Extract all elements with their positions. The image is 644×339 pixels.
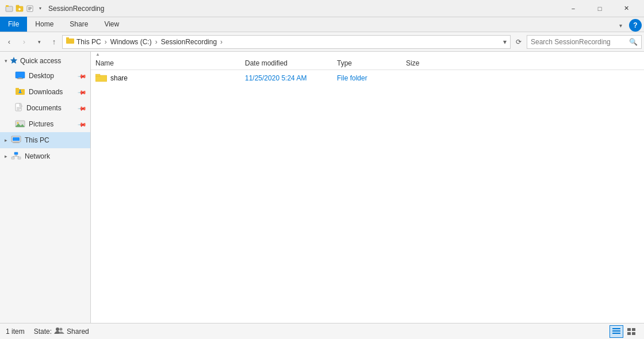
svg-rect-33 bbox=[18, 157, 21, 159]
col-header-date[interactable]: Date modified bbox=[240, 56, 332, 70]
main-content: ▾ Quick access Desktop 📌 bbox=[0, 52, 644, 323]
quick-access-label: Quick access bbox=[20, 57, 61, 65]
svg-rect-3 bbox=[16, 5, 19, 7]
svg-rect-1 bbox=[6, 5, 9, 7]
sidebar-item-this-pc[interactable]: ▸ This PC bbox=[0, 132, 90, 148]
file-date-share: 11/25/2020 5:24 AM bbox=[240, 70, 332, 86]
svg-point-41 bbox=[56, 328, 59, 331]
shared-label: Shared bbox=[67, 328, 89, 336]
recent-locations-button[interactable]: ▾ bbox=[32, 35, 46, 49]
svg-rect-30 bbox=[13, 142, 20, 143]
col-name-label: Name bbox=[95, 59, 114, 67]
file-row-share[interactable]: share 11/25/2020 5:24 AM File folder bbox=[91, 70, 644, 86]
details-view-button[interactable] bbox=[610, 325, 623, 338]
col-type-label: Type bbox=[337, 59, 352, 67]
svg-rect-47 bbox=[632, 328, 635, 331]
folder-icon bbox=[95, 73, 107, 84]
search-bar[interactable]: 🔍 bbox=[527, 35, 642, 49]
refresh-button[interactable]: ⟳ bbox=[512, 35, 526, 49]
breadcrumb-session-recording[interactable]: SessionRecording bbox=[161, 38, 217, 46]
status-bar: 1 item State: Shared bbox=[0, 323, 644, 339]
ribbon-tabs: File Home Share View ▾ ? bbox=[0, 17, 644, 32]
this-pc-label: This PC bbox=[25, 136, 49, 144]
file-name-label: share bbox=[110, 74, 128, 82]
ribbon-collapse-icon[interactable]: ▾ bbox=[614, 19, 627, 32]
svg-rect-13 bbox=[16, 72, 25, 78]
svg-marker-12 bbox=[10, 57, 17, 64]
svg-rect-45 bbox=[612, 333, 620, 334]
sidebar-item-network[interactable]: ▸ Network bbox=[0, 148, 90, 164]
forward-button: › bbox=[17, 35, 31, 49]
documents-pin-icon: 📌 bbox=[78, 103, 87, 113]
large-icons-view-button[interactable] bbox=[624, 325, 638, 338]
breadcrumb-this-pc[interactable]: This PC bbox=[76, 38, 101, 46]
sidebar-item-documents[interactable]: Documents 📌 bbox=[0, 100, 90, 116]
svg-rect-46 bbox=[627, 328, 631, 331]
file-list: ▲ Name Date modified Type Size bbox=[91, 52, 644, 323]
svg-rect-19 bbox=[20, 90, 21, 93]
sidebar: ▾ Quick access Desktop 📌 bbox=[0, 52, 91, 323]
svg-rect-17 bbox=[16, 88, 19, 90]
address-dropdown-icon[interactable]: ▾ bbox=[503, 38, 507, 46]
tab-home[interactable]: Home bbox=[27, 17, 62, 32]
search-input[interactable] bbox=[531, 38, 627, 46]
sidebar-item-pictures[interactable]: Pictures 📌 bbox=[0, 116, 90, 132]
file-name-share: share bbox=[91, 70, 240, 86]
svg-line-35 bbox=[13, 156, 16, 157]
pictures-label: Pictures bbox=[29, 120, 53, 128]
title-bar-icons: ▾ bbox=[5, 4, 45, 13]
nav-bar: ‹ › ▾ ↑ This PC › Windows (C:) › Session… bbox=[0, 32, 644, 52]
col-header-size[interactable]: Size bbox=[401, 56, 447, 70]
status-left: 1 item State: Shared bbox=[6, 326, 89, 336]
tab-share[interactable]: Share bbox=[62, 17, 96, 32]
network-icon bbox=[11, 152, 21, 161]
network-label: Network bbox=[25, 152, 50, 160]
svg-rect-43 bbox=[612, 328, 620, 329]
svg-rect-10 bbox=[66, 38, 74, 44]
status-right bbox=[610, 325, 638, 338]
maximize-button[interactable]: □ bbox=[586, 0, 613, 17]
quick-access-star-icon bbox=[10, 56, 18, 64]
svg-rect-40 bbox=[95, 74, 100, 76]
up-button[interactable]: ↑ bbox=[47, 35, 61, 49]
title-bar: ▾ SessionRecording − □ ✕ bbox=[0, 0, 644, 17]
downloads-icon bbox=[15, 87, 25, 97]
sidebar-item-desktop[interactable]: Desktop 📌 bbox=[0, 68, 90, 84]
svg-point-42 bbox=[60, 328, 63, 331]
col-size-label: Size bbox=[406, 59, 419, 67]
address-bar[interactable]: This PC › Windows (C:) › SessionRecordin… bbox=[62, 35, 511, 49]
tab-file[interactable]: File bbox=[0, 17, 27, 32]
pictures-pin-icon: 📌 bbox=[78, 120, 87, 129]
breadcrumb-windows[interactable]: Windows (C:) bbox=[110, 38, 152, 46]
breadcrumb-sep-3: › bbox=[220, 38, 223, 46]
minimize-button[interactable]: − bbox=[560, 0, 586, 17]
col-header-name[interactable]: Name bbox=[91, 56, 240, 70]
sidebar-item-downloads[interactable]: Downloads 📌 bbox=[0, 84, 90, 100]
shared-users-icon bbox=[54, 326, 64, 336]
help-button[interactable]: ? bbox=[629, 19, 642, 32]
quick-access-properties-icon[interactable] bbox=[5, 4, 14, 13]
col-header-type[interactable]: Type bbox=[332, 56, 401, 70]
svg-rect-15 bbox=[17, 78, 23, 79]
col-date-label: Date modified bbox=[245, 59, 288, 67]
search-icon: 🔍 bbox=[629, 38, 638, 46]
svg-rect-0 bbox=[6, 6, 13, 11]
dropdown-arrow-icon[interactable]: ▾ bbox=[36, 4, 45, 13]
sort-indicator: ▲ bbox=[91, 52, 644, 56]
tab-view[interactable]: View bbox=[96, 17, 127, 32]
close-button[interactable]: ✕ bbox=[613, 0, 639, 17]
sidebar-quick-access-header[interactable]: ▾ Quick access bbox=[0, 54, 90, 68]
back-button[interactable]: ‹ bbox=[2, 35, 16, 49]
downloads-pin-icon: 📌 bbox=[78, 87, 87, 97]
new-folder-icon[interactable] bbox=[15, 4, 24, 13]
breadcrumb-sep-1: › bbox=[105, 38, 107, 46]
properties-icon[interactable] bbox=[25, 4, 34, 13]
file-type-label: File folder bbox=[337, 74, 367, 82]
desktop-pin-icon: 📌 bbox=[78, 71, 87, 80]
desktop-label: Desktop bbox=[29, 72, 54, 80]
pictures-icon bbox=[15, 120, 25, 129]
item-count: 1 item bbox=[6, 328, 25, 336]
this-pc-expand-icon: ▸ bbox=[5, 137, 7, 143]
quick-access-expand-icon: ▾ bbox=[5, 58, 7, 64]
this-pc-icon bbox=[11, 136, 21, 145]
